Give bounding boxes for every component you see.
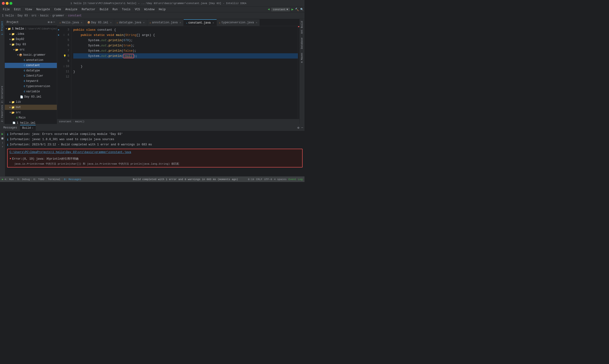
tree-item-day02[interactable]: ▶ 📁 Day02 bbox=[5, 37, 57, 42]
cursor-position[interactable]: 8:19 bbox=[248, 178, 254, 181]
tab-constant[interactable]: ☕ constant.java ✕ bbox=[184, 19, 217, 26]
build-icon[interactable]: 🔨 bbox=[295, 8, 299, 12]
tree-item-day03-iml[interactable]: 📄 Day 03.iml bbox=[5, 94, 57, 99]
menu-analyze[interactable]: Analyze bbox=[64, 7, 79, 12]
breadcrumb-3[interactable]: src bbox=[31, 14, 37, 17]
breadcrumb-4[interactable]: basic bbox=[40, 14, 49, 17]
tab-hello-java[interactable]: ☕ Hello.java ✕ bbox=[57, 19, 85, 26]
menu-edit[interactable]: Edit bbox=[12, 7, 23, 12]
tree-item-src[interactable]: ▼ 📂 src bbox=[5, 47, 57, 52]
menu-window[interactable]: Window bbox=[142, 7, 156, 12]
code-content[interactable]: public class constant { public static vo… bbox=[71, 26, 299, 119]
menu-tools[interactable]: Tools bbox=[120, 7, 132, 12]
tab-day03-iml[interactable]: 📦 Day 03.iml ✕ bbox=[85, 19, 114, 26]
sidebar-settings-icon[interactable]: ⚙ bbox=[51, 20, 52, 24]
close-button[interactable] bbox=[2, 2, 5, 5]
sidebar-item-project[interactable]: 1: Project bbox=[0, 20, 4, 36]
tab-close-annotation[interactable]: ✕ bbox=[180, 21, 181, 24]
todo-label[interactable]: 6: TODO bbox=[33, 178, 44, 181]
bottom-scroll-icon[interactable]: ↕ bbox=[2, 141, 3, 144]
tree-item-keyword[interactable]: C keyword bbox=[5, 78, 57, 84]
sidebar-item-favorites[interactable]: 2: Favorites bbox=[0, 104, 4, 123]
line-sep[interactable]: CRLF bbox=[256, 178, 262, 181]
messages-label[interactable]: 0: Messages bbox=[64, 178, 81, 181]
breadcrumb-1[interactable]: 1 hello bbox=[2, 14, 14, 17]
code-editor[interactable]: ▶ 3 ▶ 4 □ 5 6 7 💡 bbox=[57, 26, 299, 119]
terminal-label[interactable]: Terminal bbox=[48, 178, 60, 181]
breadcrumb-main[interactable]: main() bbox=[75, 120, 84, 123]
encoding[interactable]: UTF-8 bbox=[264, 178, 272, 181]
breadcrumb-5[interactable]: grammer bbox=[52, 14, 64, 17]
bottom-settings-icon[interactable]: ⚙ bbox=[297, 125, 300, 130]
menu-build[interactable]: Build bbox=[98, 7, 110, 12]
tree-item-constant[interactable]: C constant bbox=[5, 63, 57, 68]
tree-label-basic-grammer: basic.grammer bbox=[23, 53, 46, 57]
event-log[interactable]: Event Log bbox=[289, 178, 303, 181]
tree-item-idea[interactable]: ▶ 📁 .idea bbox=[5, 31, 57, 37]
tree-item-variable[interactable]: C variable bbox=[5, 89, 57, 94]
fold-btn-4[interactable]: □ bbox=[63, 34, 65, 36]
bulb-icon-8[interactable]: 💡 bbox=[63, 54, 66, 57]
tree-item-src-top[interactable]: ▼ 📂 src bbox=[5, 110, 57, 115]
breadcrumb-constant[interactable]: constant bbox=[59, 120, 72, 123]
bottom-run-icon[interactable]: ▶ bbox=[2, 132, 4, 136]
run-arrow-3[interactable]: ▶ bbox=[58, 28, 59, 31]
menu-file[interactable]: File bbox=[1, 7, 12, 12]
tree-item-main[interactable]: C Main bbox=[5, 115, 57, 120]
tree-item-out[interactable]: ▶ 📁 out bbox=[5, 105, 57, 110]
tree-item-datatype[interactable]: C datatype bbox=[5, 68, 57, 73]
menu-help[interactable]: Help bbox=[157, 7, 168, 12]
tree-item-identifier[interactable]: C Identifier bbox=[5, 73, 57, 78]
menu-navigate[interactable]: Navigate bbox=[34, 7, 52, 12]
bottom-tab-messages[interactable]: Messages bbox=[1, 125, 20, 130]
error-file-path[interactable]: C:\Users\PC\IdeaProjects\1 hello\Day 03\… bbox=[10, 151, 131, 154]
run-button[interactable]: ▶ bbox=[2, 178, 4, 181]
minimize-button[interactable] bbox=[6, 2, 9, 5]
bottom-tab-build[interactable]: Build ✕ bbox=[20, 125, 36, 130]
menu-vcs[interactable]: VCS bbox=[133, 7, 142, 12]
maximize-button[interactable] bbox=[10, 2, 12, 5]
tab-typeconversion[interactable]: ☕ typeconversion.java ✕ bbox=[217, 19, 260, 26]
tab-close-hello[interactable]: ✕ bbox=[81, 21, 82, 24]
menu-view[interactable]: View bbox=[23, 7, 34, 12]
tree-item-root[interactable]: ▼ 📁 1 hello C:\Users\PC\IdeaProjects\1 h… bbox=[5, 26, 57, 31]
bottom-tab-build-close[interactable]: ✕ bbox=[32, 127, 33, 130]
tab-close-constant[interactable]: ✕ bbox=[213, 21, 214, 24]
sidebar-item-structure[interactable]: 2: Structure bbox=[0, 85, 4, 104]
bottom-minimize-icon[interactable]: — bbox=[301, 125, 304, 130]
run-arrow-4[interactable]: ▶ bbox=[58, 34, 59, 36]
tab-annotation[interactable]: ☕ annotation.java ✕ bbox=[147, 19, 184, 26]
nav-back-icon[interactable]: ◄ bbox=[268, 8, 270, 11]
run-config-selector[interactable]: constant ▼ bbox=[271, 8, 290, 12]
tab-close-day03-iml[interactable]: ✕ bbox=[110, 21, 112, 24]
right-tool-database[interactable]: Database bbox=[300, 37, 304, 50]
tree-item-annotation[interactable]: C annotation bbox=[5, 58, 57, 63]
sidebar-collapse-icon[interactable]: ⊞ bbox=[48, 20, 50, 24]
error-msg-line: ● Error:(8, 19) java: 对println的引用不明确 bbox=[10, 157, 300, 162]
menu-refactor[interactable]: Refactor bbox=[80, 7, 97, 12]
tree-item-typeconversion[interactable]: C typeconversion bbox=[5, 84, 57, 89]
indent[interactable]: 4 spaces bbox=[274, 178, 287, 181]
bottom-stop-icon[interactable]: ⏹ bbox=[1, 137, 4, 140]
run-icon[interactable]: ▶ bbox=[291, 7, 294, 12]
run-label[interactable]: 4: Run bbox=[4, 178, 14, 181]
sidebar-close-icon[interactable]: — bbox=[53, 20, 55, 24]
debug-label[interactable]: 5: Debug bbox=[17, 178, 30, 181]
fold-btn-10[interactable]: □ bbox=[63, 65, 65, 68]
menu-run[interactable]: Run bbox=[111, 7, 120, 12]
breadcrumb-2[interactable]: Day 03 bbox=[18, 14, 28, 17]
tab-datatype[interactable]: ☕ datatype.java ✕ bbox=[114, 19, 147, 26]
database-label: Database bbox=[301, 38, 303, 49]
tree-item-lib[interactable]: ▶ 📁 lib bbox=[5, 99, 57, 105]
right-tool-ant[interactable]: Ant Build bbox=[300, 20, 304, 35]
bottom-filter-icon[interactable]: ⚡ bbox=[2, 145, 3, 148]
right-tool-maven[interactable]: m Maven bbox=[300, 52, 304, 64]
tree-item-hello-iml[interactable]: 📄 1 hello.iml bbox=[5, 120, 57, 124]
search-everywhere-icon[interactable]: 🔍 bbox=[300, 8, 304, 11]
tree-item-basic-grammer[interactable]: ▼ 📦 basic.grammer bbox=[5, 52, 57, 58]
tab-close-datatype[interactable]: ✕ bbox=[143, 21, 145, 24]
tree-item-day03[interactable]: ▼ 📁 Day 03 bbox=[5, 42, 57, 47]
menu-code[interactable]: Code bbox=[52, 7, 63, 12]
tab-close-typeconversion[interactable]: ✕ bbox=[256, 21, 257, 24]
breadcrumb-6[interactable]: constant bbox=[68, 14, 82, 17]
